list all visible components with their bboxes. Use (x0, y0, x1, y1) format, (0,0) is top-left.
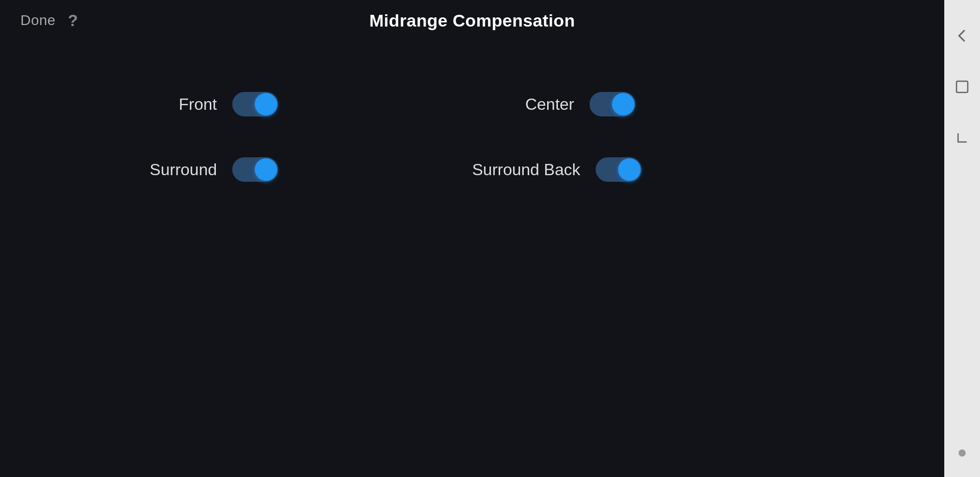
surround-back-toggle-thumb (618, 158, 641, 181)
center-toggle-thumb (612, 93, 634, 115)
surround-back-toggle[interactable] (596, 157, 642, 182)
rectangle-icon[interactable] (947, 71, 977, 102)
toggle-item-surround-back: Surround Back (472, 157, 829, 182)
center-toggle[interactable] (590, 92, 635, 116)
toggles-grid: Front Center Surround (115, 92, 829, 182)
toggle-item-center: Center (472, 92, 829, 116)
back-icon[interactable] (947, 20, 977, 51)
surround-toggle[interactable] (232, 157, 278, 182)
front-toggle[interactable] (232, 92, 278, 116)
center-label: Center (472, 95, 574, 114)
surround-label: Surround (115, 160, 217, 179)
front-toggle-thumb (255, 93, 277, 115)
page-title: Midrange Compensation (370, 11, 575, 31)
corner-icon[interactable] (947, 123, 977, 153)
content-area: Front Center Surround (0, 41, 944, 477)
done-button[interactable]: Done (20, 12, 56, 29)
surround-back-label: Surround Back (472, 160, 580, 179)
toggle-item-surround: Surround (115, 157, 472, 182)
main-area: Done ? Midrange Compensation Front Cente… (0, 0, 944, 477)
surround-toggle-thumb (255, 158, 277, 181)
header: Done ? Midrange Compensation (0, 0, 944, 41)
sidebar-dot (959, 449, 966, 457)
help-icon[interactable]: ? (68, 11, 78, 30)
front-label: Front (115, 95, 217, 114)
right-sidebar (944, 0, 980, 477)
svg-rect-0 (957, 81, 968, 92)
toggle-item-front: Front (115, 92, 472, 116)
